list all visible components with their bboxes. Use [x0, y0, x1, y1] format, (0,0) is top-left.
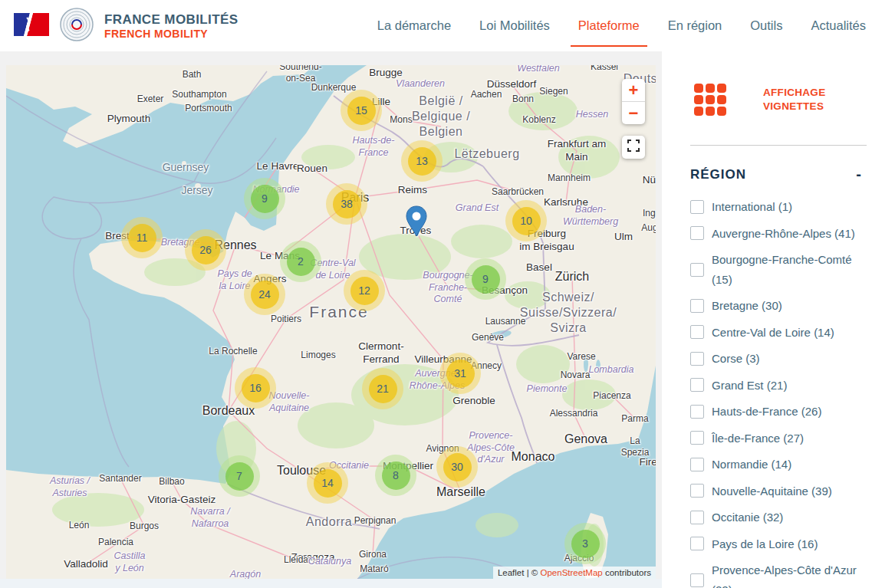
region-filter-row[interactable]: Centre-Val de Loire (14) [690, 323, 867, 343]
region-filter-row[interactable]: Pays de la Loire (16) [690, 534, 867, 554]
region-filter-row[interactable]: Corse (3) [690, 349, 867, 369]
zoom-out-button[interactable]: − [622, 101, 645, 124]
map-cluster-marker[interactable]: 2 [280, 241, 321, 282]
map[interactable]: BathSouthend- on-SeaSouthamptonPortsmout… [6, 65, 656, 579]
view-toggle-label: AFFICHAGE VIGNETTES [763, 86, 825, 113]
region-label[interactable]: Bretagne (30) [712, 296, 782, 316]
map-cluster-marker[interactable]: 8 [375, 455, 416, 496]
region-checkbox[interactable] [690, 299, 704, 313]
region-filter-title: RÉGION [690, 167, 746, 182]
region-filter-row[interactable]: Bretagne (30) [690, 296, 867, 316]
region-checkbox[interactable] [690, 458, 704, 471]
sidebar: AFFICHAGE VIGNETTES RÉGION - Internation… [671, 51, 872, 588]
map-cluster-marker[interactable]: 16 [235, 367, 276, 409]
region-filter-list: International (1)Auvergne-Rhône-Alpes (4… [690, 197, 867, 588]
france-mobilites-roundel [60, 8, 94, 44]
region-checkbox[interactable] [690, 263, 704, 277]
region-filter-row[interactable]: Grand Est (21) [690, 376, 867, 396]
fullscreen-icon [627, 140, 640, 155]
map-cluster-marker[interactable]: 10 [505, 200, 547, 241]
map-cluster-marker[interactable]: 3 [564, 523, 606, 564]
region-filter-row[interactable]: Île-de-France (27) [690, 429, 867, 448]
map-cluster-marker[interactable]: 38 [326, 183, 367, 225]
region-filter-row[interactable]: Provence-Alpes-Côte d'Azur (22) [690, 560, 867, 588]
brand-subtitle: FRENCH MOBILITY [104, 28, 239, 40]
content-area: BathSouthend- on-SeaSouthamptonPortsmout… [0, 51, 872, 588]
map-cluster-marker[interactable]: 11 [121, 217, 163, 258]
map-cluster-marker[interactable]: 15 [341, 90, 382, 131]
nav-item-en-r-gion[interactable]: En région [668, 2, 722, 50]
fullscreen-button[interactable] [622, 136, 645, 159]
map-cluster-marker[interactable]: 30 [436, 446, 478, 488]
zoom-control: + − [622, 79, 645, 124]
map-cluster-marker[interactable]: 24 [244, 274, 285, 315]
nav-item-la-d-marche[interactable]: La démarche [377, 2, 451, 50]
region-filter-row[interactable]: Nouvelle-Aquitaine (39) [690, 481, 867, 501]
region-checkbox[interactable] [690, 325, 704, 339]
region-label[interactable]: Bourgogne-Franche-Comté (15) [712, 250, 867, 289]
region-checkbox[interactable] [690, 431, 704, 445]
main-nav: La démarcheLoi MobilitésPlateformeEn rég… [377, 0, 866, 51]
region-filter-row[interactable]: Bourgogne-Franche-Comté (15) [690, 250, 867, 289]
french-flag-logo [14, 13, 49, 39]
map-cluster-marker[interactable]: 31 [439, 353, 481, 394]
region-checkbox[interactable] [690, 511, 704, 524]
map-cluster-marker[interactable]: 12 [344, 270, 385, 311]
region-label[interactable]: Grand Est (21) [712, 376, 787, 396]
divider [690, 145, 867, 146]
region-checkbox[interactable] [690, 573, 704, 587]
map-cluster-marker[interactable]: 26 [185, 229, 226, 271]
region-label[interactable]: Provence-Alpes-Côte d'Azur (22) [712, 560, 867, 588]
header: FRANCE MOBILITÉS FRENCH MOBILITY La déma… [0, 0, 872, 51]
nav-item-outils[interactable]: Outils [750, 2, 782, 50]
zoom-in-button[interactable]: + [622, 79, 645, 101]
map-cluster-marker[interactable]: 14 [307, 462, 348, 504]
leaflet-credit[interactable]: Leaflet [498, 568, 525, 577]
brand-title: FRANCE MOBILITÉS [104, 12, 239, 28]
region-label[interactable]: Occitanie (32) [712, 508, 783, 527]
region-filter-row[interactable]: Auvergne-Rhône-Alpes (41) [690, 224, 867, 244]
region-checkbox[interactable] [690, 200, 704, 214]
map-cluster-marker[interactable]: 13 [401, 140, 443, 182]
map-pin[interactable] [405, 205, 428, 237]
region-checkbox[interactable] [690, 378, 704, 392]
map-attribution: Leaflet | © OpenStreetMap contributors [493, 567, 656, 579]
region-label[interactable]: Pays de la Loire (16) [712, 534, 818, 554]
region-checkbox[interactable] [690, 405, 704, 419]
footer-strip [0, 579, 662, 588]
region-label[interactable]: Centre-Val de Loire (14) [712, 323, 834, 343]
region-filter-row[interactable]: Hauts-de-France (26) [690, 402, 867, 422]
region-checkbox[interactable] [690, 352, 704, 366]
region-filter-row[interactable]: Occitanie (32) [690, 508, 867, 527]
region-filter-row[interactable]: International (1) [690, 197, 867, 217]
region-checkbox[interactable] [690, 226, 704, 240]
map-cluster-marker[interactable]: 9 [465, 258, 506, 300]
region-label[interactable]: Île-de-France (27) [712, 429, 804, 448]
map-cluster-marker[interactable]: 9 [244, 178, 285, 219]
osm-link[interactable]: OpenStreetMap [541, 568, 603, 577]
region-checkbox[interactable] [690, 537, 704, 550]
brand[interactable]: FRANCE MOBILITÉS FRENCH MOBILITY [14, 8, 239, 44]
nav-item-plateforme[interactable]: Plateforme [578, 2, 640, 50]
nav-item-loi-mobilit-s[interactable]: Loi Mobilités [479, 2, 550, 50]
map-cluster-marker[interactable]: 21 [362, 368, 403, 409]
region-label[interactable]: Nouvelle-Aquitaine (39) [712, 481, 832, 501]
region-label[interactable]: Normandie (14) [712, 455, 791, 475]
display-thumbnails-toggle[interactable]: AFFICHAGE VIGNETTES [694, 84, 864, 116]
map-cluster-marker[interactable]: 7 [219, 455, 260, 497]
region-filter-row[interactable]: Normandie (14) [690, 455, 867, 475]
nav-item-actualit-s[interactable]: Actualités [811, 2, 866, 50]
region-label[interactable]: International (1) [712, 197, 792, 217]
region-label[interactable]: Corse (3) [712, 349, 760, 369]
collapse-region-button[interactable]: - [853, 166, 864, 183]
region-checkbox[interactable] [690, 484, 704, 498]
grid-icon [694, 84, 726, 116]
region-label[interactable]: Hauts-de-France (26) [712, 402, 821, 422]
region-label[interactable]: Auvergne-Rhône-Alpes (41) [712, 224, 855, 244]
